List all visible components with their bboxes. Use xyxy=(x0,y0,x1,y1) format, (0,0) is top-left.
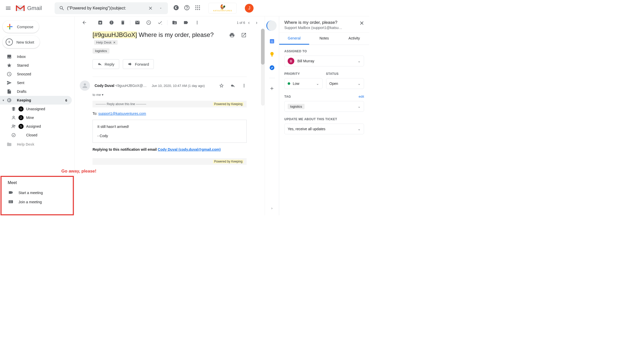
rail-add-icon[interactable]: + xyxy=(269,85,275,92)
reply-message-icon[interactable] xyxy=(230,83,235,88)
nav-mine[interactable]: 2Mine xyxy=(0,113,74,122)
priority-select[interactable]: Low ⌄ xyxy=(284,78,323,89)
start-meeting[interactable]: Start a meeting xyxy=(2,188,73,197)
close-panel-icon[interactable]: ✕ xyxy=(359,20,364,30)
remove-label-icon[interactable]: ✕ xyxy=(113,41,116,44)
nav-helpdesk[interactable]: Help Desk xyxy=(0,140,72,149)
move-icon[interactable] xyxy=(172,20,177,25)
tag-chip: logistics xyxy=(288,104,305,109)
chevron-down-icon[interactable]: ▾ xyxy=(102,93,104,97)
nav-inbox[interactable]: Inbox xyxy=(0,52,72,61)
assigned-label: ASSIGNED TO xyxy=(284,49,364,53)
nav-snoozed[interactable]: Snoozed xyxy=(0,70,72,78)
email-subject: [#9guuHJBGoX] Where is my order, please?… xyxy=(93,31,229,54)
snooze-icon[interactable] xyxy=(146,20,151,25)
tab-notes[interactable]: Notes xyxy=(309,33,339,45)
edit-tag-link[interactable]: edit xyxy=(359,95,364,98)
chevron-down-icon: ⌄ xyxy=(316,82,319,86)
to-recipients[interactable]: to me ▾ xyxy=(93,93,247,97)
keeping-header-icon[interactable] xyxy=(173,5,179,12)
camera-icon xyxy=(8,190,14,196)
bird-icon: 🐓 xyxy=(219,5,226,10)
label-chip-helpdesk[interactable]: Help Desk✕ xyxy=(94,40,118,45)
svg-point-11 xyxy=(13,116,14,118)
priority-dot xyxy=(288,82,290,85)
svg-point-5 xyxy=(197,7,198,8)
email-date: Jun 10, 2020, 10:47 AM (1 day ago) xyxy=(152,84,205,88)
chevron-down-icon: ⌄ xyxy=(358,82,361,86)
mark-unread-icon[interactable] xyxy=(135,20,140,25)
search-options-icon[interactable] xyxy=(156,7,166,10)
help-icon[interactable] xyxy=(184,5,190,12)
katsu-logo[interactable]: 🐓 KATSUVENTURES xyxy=(208,3,237,14)
tab-activity[interactable]: Activity xyxy=(339,33,369,45)
search-input[interactable] xyxy=(67,6,145,11)
stack-icon xyxy=(11,107,16,111)
panel-title: Where is my order, please? xyxy=(284,20,342,25)
label-chip-logistics[interactable]: logistics xyxy=(93,48,109,54)
nav-keeping[interactable]: ▼ Keeping 6 xyxy=(0,96,72,105)
forward-button[interactable]: Forward xyxy=(123,59,154,69)
support-email-link[interactable]: support1@katsuventures.com xyxy=(98,112,146,116)
to-line: To: support1@katsuventures.com xyxy=(93,112,247,116)
delete-icon[interactable] xyxy=(120,20,125,25)
prev-email-icon[interactable]: ‹ xyxy=(248,20,250,25)
popout-icon[interactable] xyxy=(241,32,247,38)
apps-grid-icon[interactable] xyxy=(195,5,201,12)
back-icon[interactable] xyxy=(82,20,87,25)
spam-icon[interactable] xyxy=(109,20,114,25)
scrollbar[interactable] xyxy=(261,29,265,106)
update-label: UPDATE ME ABOUT THIS TICKET xyxy=(284,117,364,121)
compose-button[interactable]: Compose xyxy=(3,21,39,33)
rail-tasks-icon[interactable] xyxy=(269,65,275,71)
clock-icon xyxy=(7,72,12,77)
tag-select[interactable]: logistics ⌄ xyxy=(284,101,364,112)
rail-keeping-icon[interactable] xyxy=(266,21,277,31)
print-icon[interactable] xyxy=(229,32,235,38)
sender-email: <9guuHJBGoX@… xyxy=(114,84,147,88)
star-message-icon[interactable] xyxy=(219,83,224,88)
nav-drafts[interactable]: Drafts xyxy=(0,87,72,96)
more-icon[interactable] xyxy=(195,20,200,25)
search-box[interactable] xyxy=(55,2,168,14)
chevron-down-icon: ▼ xyxy=(2,99,5,102)
plus-circle-icon: + xyxy=(6,38,13,46)
join-meeting[interactable]: Join a meeting xyxy=(2,197,73,207)
powered-by-keeping: Powered by Keeping xyxy=(213,102,244,106)
rail-calendar-icon[interactable]: 31 xyxy=(269,38,275,44)
person-icon xyxy=(11,115,16,120)
footer-banner: Powered by Keeping xyxy=(93,158,247,165)
hamburger-menu[interactable] xyxy=(2,2,14,14)
label-icon[interactable] xyxy=(183,20,188,25)
assignee-select[interactable]: B Bill Murray ⌄ xyxy=(284,56,364,66)
nav-sent[interactable]: Sent xyxy=(0,78,72,87)
reply-target-link[interactable]: Cody Duval (cody.duval@gmail.com) xyxy=(158,147,220,151)
people-icon xyxy=(11,124,16,129)
powered-by-keeping-footer: Powered by Keeping xyxy=(213,160,244,163)
svg-point-2 xyxy=(197,5,198,6)
rail-keep-icon[interactable] xyxy=(269,51,275,57)
tag-label: TAG xyxy=(284,95,291,98)
task-icon[interactable] xyxy=(157,20,163,25)
meet-title: Meet xyxy=(2,180,73,185)
star-icon xyxy=(7,63,12,68)
new-ticket-button[interactable]: + New ticket xyxy=(3,36,40,48)
reply-button[interactable]: Reply xyxy=(93,59,119,69)
account-avatar[interactable]: J xyxy=(245,4,254,13)
update-select[interactable]: Yes, receive all updates ⌄ xyxy=(284,124,364,134)
gmail-logo[interactable]: Gmail xyxy=(15,4,42,12)
nav-assigned[interactable]: 5Assigned xyxy=(0,122,74,131)
tab-general[interactable]: General xyxy=(279,33,309,45)
search-icon[interactable] xyxy=(57,5,67,11)
nav-closed[interactable]: Closed xyxy=(0,131,74,139)
next-email-icon[interactable]: › xyxy=(256,20,257,25)
assignee-avatar: B xyxy=(288,58,294,64)
nav-unassigned[interactable]: 1Unassigned xyxy=(0,105,74,113)
clear-search-icon[interactable] xyxy=(145,6,156,11)
message-more-icon[interactable] xyxy=(241,83,247,88)
status-select[interactable]: Open ⌄ xyxy=(326,78,364,89)
archive-icon[interactable] xyxy=(98,20,103,25)
nav-starred[interactable]: Starred xyxy=(0,61,72,70)
priority-label: PRIORITY xyxy=(284,72,323,76)
rail-collapse-icon[interactable]: › xyxy=(269,205,275,211)
